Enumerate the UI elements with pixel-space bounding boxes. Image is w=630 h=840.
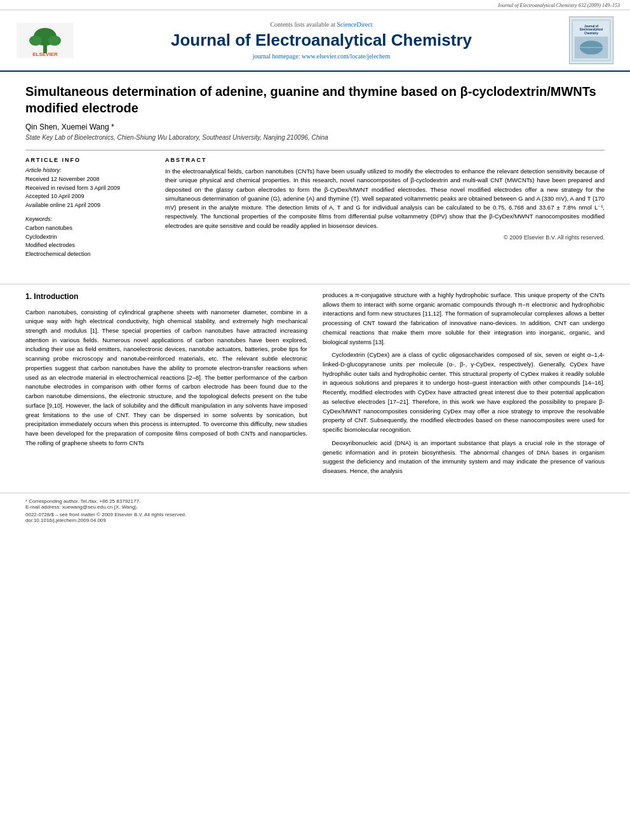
abstract-text: In the electroanalytical fields, carbon … (165, 167, 605, 230)
journal-header: ELSEVIER Contents lists available at Sci… (0, 10, 630, 72)
sciencedirect-link[interactable]: ScienceDirect (337, 21, 372, 28)
copyright-line: © 2009 Elsevier B.V. All rights reserved… (165, 234, 605, 241)
article-info-abstract-section: ARTICLE INFO Article history: Received 1… (25, 157, 605, 265)
intro-paragraph-3: Cyclodextrin (CyDex) are a class of cycl… (323, 350, 605, 434)
intro-paragraph-1: Carbon nanotubes, consisting of cylindri… (25, 308, 307, 448)
keyword-2: Cyclodextrin (25, 233, 152, 242)
elsevier-logo: ELSEVIER (17, 23, 74, 58)
page-footer: * Corresponding author. Tel./fax: +86 25… (0, 493, 630, 528)
journal-header-center: Contents lists available at ScienceDirec… (88, 17, 555, 64)
abstract-column: ABSTRACT In the electroanalytical fields… (165, 157, 605, 265)
article-info-column: ARTICLE INFO Article history: Received 1… (25, 157, 152, 265)
online-date: Available online 21 April 2009 (25, 201, 152, 210)
intro-paragraph-2: produces a π-conjugative structure with … (323, 291, 605, 347)
svg-text:Journal of: Journal of (584, 25, 598, 28)
revised-date: Received in revised form 3 April 2009 (25, 184, 152, 193)
keywords-label: Keywords: (25, 216, 152, 222)
section1-heading: 1. Introduction (25, 291, 307, 303)
received-date: Received 12 November 2008 (25, 175, 152, 184)
svg-text:Electroanalytical: Electroanalytical (580, 28, 603, 31)
article-history-block: Article history: Received 12 November 20… (25, 167, 152, 210)
corresponding-author: * Corresponding author. Tel./fax: +86 25… (25, 498, 605, 504)
abstract-label: ABSTRACT (165, 157, 605, 163)
article-divider (25, 150, 605, 150)
keyword-4: Electrochemical detection (25, 250, 152, 259)
journal-top-bar: Journal of Electroanalytical Chemistry 6… (0, 0, 630, 10)
svg-point-3 (29, 36, 42, 46)
body-section: 1. Introduction Carbon nanotubes, consis… (0, 284, 630, 493)
page: Journal of Electroanalytical Chemistry 6… (0, 0, 630, 840)
journal-cover-thumbnail: Journal of Electroanalytical Chemistry (569, 17, 613, 64)
svg-text:Chemistry: Chemistry (584, 32, 599, 35)
email-address: E-mail address: xuewang@seu.edu.cn (X. W… (25, 504, 605, 510)
keywords-block: Keywords: Carbon nanotubes Cyclodextrin … (25, 216, 152, 258)
issn-line: 0022-0728/$ – see front matter © 2009 El… (25, 512, 605, 517)
footer-footnotes: * Corresponding author. Tel./fax: +86 25… (25, 498, 605, 510)
elsevier-logo-area: ELSEVIER (10, 17, 80, 64)
body-left-column: 1. Introduction Carbon nanotubes, consis… (25, 291, 307, 480)
keyword-1: Carbon nanotubes (25, 224, 152, 233)
journal-homepage: journal homepage: www.elsevier.com/locat… (253, 53, 391, 60)
article-info-label: ARTICLE INFO (25, 157, 152, 163)
article-history-title: Article history: (25, 167, 152, 173)
article-content: Simultaneous determination of adenine, g… (0, 72, 630, 284)
article-title: Simultaneous determination of adenine, g… (25, 83, 605, 116)
journal-title: Journal of Electroanalytical Chemistry (171, 30, 472, 50)
svg-point-4 (48, 36, 61, 46)
doi-line: doi:10.1016/j.jelechem.2009.04.009 (25, 517, 605, 523)
body-right-column: produces a π-conjugative structure with … (323, 291, 605, 480)
svg-text:ELSEVIER: ELSEVIER (32, 51, 58, 57)
keyword-3: Modified electrodes (25, 241, 152, 250)
journal-cover-area: Journal of Electroanalytical Chemistry (563, 17, 620, 64)
intro-paragraph-4: Deoxyribonucleic acid (DNA) is an import… (323, 439, 605, 476)
sciencedirect-line: Contents lists available at ScienceDirec… (270, 21, 372, 28)
body-two-columns: 1. Introduction Carbon nanotubes, consis… (25, 291, 605, 480)
accepted-date: Accepted 10 April 2009 (25, 192, 152, 201)
article-affiliation: State Key Lab of Bioelectronics, Chien-S… (25, 134, 605, 141)
journal-citation: Journal of Electroanalytical Chemistry 6… (497, 3, 620, 8)
article-authors: Qin Shen, Xuemei Wang * (25, 123, 605, 131)
